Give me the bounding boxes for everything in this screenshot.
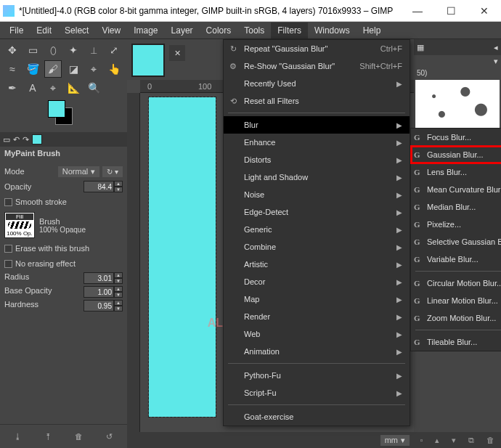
brush-thumbnail[interactable]: 100% Op. xyxy=(4,212,35,238)
menu-image[interactable]: Image xyxy=(127,23,164,38)
filters-item-noise[interactable]: Noise▶ xyxy=(224,186,410,203)
baseop-spinner[interactable]: ▲▼ xyxy=(84,286,123,298)
menu-help[interactable]: Help xyxy=(357,23,388,38)
tool-transform[interactable]: ⤢ xyxy=(106,42,122,58)
unit-select[interactable]: mm▾ xyxy=(380,435,410,446)
hardness-spinner[interactable]: ▲▼ xyxy=(84,300,123,311)
filters-item-combine[interactable]: Combine▶ xyxy=(224,238,410,256)
filters-item-web[interactable]: Web▶ xyxy=(224,325,410,343)
blur-item-circular-motion-blur-[interactable]: GCircular Motion Blur... xyxy=(411,274,501,292)
menu-select[interactable]: Select xyxy=(58,23,95,38)
canvas[interactable]: AL xyxy=(149,97,216,417)
blur-item-median-blur-[interactable]: GMedian Blur... xyxy=(411,198,501,216)
tool-picker[interactable]: ⌖ xyxy=(45,80,61,96)
blur-item-linear-motion-blur-[interactable]: GLinear Motion Blur... xyxy=(411,292,501,309)
filters-item-generic[interactable]: Generic▶ xyxy=(224,221,410,238)
blur-item-zoom-motion-blur-[interactable]: GZoom Motion Blur... xyxy=(411,309,501,327)
blur-item-mean-curvature-blur-[interactable]: GMean Curvature Blur... xyxy=(411,181,501,198)
blur-item-gaussian-blur-[interactable]: GGaussian Blur... xyxy=(411,146,501,163)
save-options-icon[interactable]: ⭳ xyxy=(10,429,26,444)
opacity-spinner[interactable]: ▲▼ xyxy=(84,181,123,192)
dock-menu-icon[interactable]: ◂ xyxy=(494,43,498,52)
mode-select[interactable]: Normal▾ xyxy=(58,166,99,177)
tool-text[interactable]: A xyxy=(25,80,41,96)
blur-item-lens-blur-[interactable]: GLens Blur... xyxy=(411,163,501,181)
layer-del-icon[interactable]: 🗑 xyxy=(486,436,494,444)
filters-item-map[interactable]: Map▶ xyxy=(224,290,410,308)
layer-up-icon[interactable]: ▴ xyxy=(435,436,439,445)
filters-item-animation[interactable]: Animation▶ xyxy=(224,343,410,360)
color-swatches[interactable] xyxy=(48,100,77,129)
filters-item-script-fu[interactable]: Script-Fu▶ xyxy=(224,384,410,402)
image-tab[interactable] xyxy=(131,44,165,77)
tab-close-icon[interactable]: ✕ xyxy=(169,45,185,61)
blur-submenu: GFocus Blur...GGaussian Blur...GLens Blu… xyxy=(410,128,501,351)
tool-rect-select[interactable]: ▭ xyxy=(25,42,41,58)
tab-icon[interactable]: ↶ xyxy=(13,135,20,144)
brush-grid[interactable] xyxy=(415,80,500,131)
tab-icon[interactable]: ↷ xyxy=(23,135,29,144)
filters-item-goat-exercise[interactable]: Goat-exercise xyxy=(224,408,410,425)
reset-options-icon[interactable]: ↺ xyxy=(101,429,117,444)
fg-color[interactable] xyxy=(48,100,65,118)
tool-mypaint-brush[interactable]: 🖌 xyxy=(45,61,61,77)
toolbox: ✥ ▭ ⬯ ✦ ⟂ ⤢ ≈ 🪣 🖌 ◪ ⌖ 👆 ✒ A ⌖ 📐 🔍 xyxy=(0,39,127,132)
tool-measure[interactable]: 📐 xyxy=(65,80,81,96)
delete-options-icon[interactable]: 🗑 xyxy=(70,429,86,444)
tool-warp[interactable]: ≈ xyxy=(4,61,20,77)
filters-item-enhance[interactable]: Enhance▶ xyxy=(224,134,410,151)
tab-color-icon[interactable] xyxy=(32,134,42,144)
layer-new-icon[interactable]: ▫ xyxy=(420,436,423,444)
tool-fuzzy-select[interactable]: ✦ xyxy=(65,42,81,58)
noerase-checkbox[interactable] xyxy=(4,260,12,268)
brushes-tab-icon[interactable]: ▦ xyxy=(417,43,424,52)
layer-dup-icon[interactable]: ⧉ xyxy=(468,436,474,445)
filters-item-blur[interactable]: Blur▶ xyxy=(224,116,410,134)
tab-icon[interactable]: ▭ xyxy=(3,135,10,144)
tool-bucket[interactable]: 🪣 xyxy=(25,61,41,77)
blur-item-focus-blur-[interactable]: GFocus Blur... xyxy=(411,129,501,146)
tool-path[interactable]: ✒ xyxy=(4,80,20,96)
tool-eraser[interactable]: ◪ xyxy=(65,61,81,77)
filters-item-render[interactable]: Render▶ xyxy=(224,308,410,325)
menu-filters[interactable]: Filters xyxy=(271,23,308,38)
opacity-input[interactable] xyxy=(84,181,114,192)
filters-item-decor[interactable]: Decor▶ xyxy=(224,273,410,290)
maximize-button[interactable]: ☐ xyxy=(434,0,468,21)
tool-free-select[interactable]: ⬯ xyxy=(45,42,61,58)
menu-item-label: Goat-exercise xyxy=(244,412,293,421)
filters-item-repeat-gaussian-blur-[interactable]: ↻Repeat "Gaussian Blur"Ctrl+F xyxy=(224,40,410,57)
smooth-checkbox[interactable] xyxy=(4,198,12,206)
filters-item-python-fu[interactable]: Python-Fu▶ xyxy=(224,367,410,384)
blur-item-variable-blur-[interactable]: GVariable Blur... xyxy=(411,251,501,268)
filters-item-reset-all-filters[interactable]: ⟲Reset all Filters xyxy=(224,92,410,110)
filters-item-re-show-gaussian-blur-[interactable]: ⚙Re-Show "Gaussian Blur"Shift+Ctrl+F xyxy=(224,57,410,75)
radius-spinner[interactable]: ▲▼ xyxy=(84,272,123,284)
blur-item-tileable-blur-[interactable]: GTileable Blur... xyxy=(411,333,501,351)
close-button[interactable]: ✕ xyxy=(468,0,501,21)
mode-reset[interactable]: ↻ ▾ xyxy=(102,166,123,177)
filters-item-light-and-shadow[interactable]: Light and Shadow▶ xyxy=(224,168,410,186)
menu-file[interactable]: File xyxy=(3,23,30,38)
tool-zoom[interactable]: 🔍 xyxy=(86,80,102,96)
filters-item-distorts[interactable]: Distorts▶ xyxy=(224,151,410,168)
blur-item-selective-gaussian-blur-[interactable]: GSelective Gaussian Blur... xyxy=(411,233,501,251)
menu-windows[interactable]: Windows xyxy=(308,23,357,38)
menu-colors[interactable]: Colors xyxy=(200,23,238,38)
menu-layer[interactable]: Layer xyxy=(165,23,200,38)
tool-smudge[interactable]: 👆 xyxy=(106,61,122,77)
filters-item-artistic[interactable]: Artistic▶ xyxy=(224,256,410,273)
tool-clone[interactable]: ⌖ xyxy=(86,61,102,77)
filters-item-edge-detect[interactable]: Edge-Detect▶ xyxy=(224,203,410,221)
menu-edit[interactable]: Edit xyxy=(30,23,58,38)
menu-tools[interactable]: Tools xyxy=(237,23,271,38)
tool-move[interactable]: ✥ xyxy=(4,42,20,58)
restore-options-icon[interactable]: ⭱ xyxy=(41,429,57,444)
layer-down-icon[interactable]: ▾ xyxy=(452,436,456,445)
menu-view[interactable]: View xyxy=(95,23,127,38)
erase-checkbox[interactable] xyxy=(4,245,12,253)
tool-crop[interactable]: ⟂ xyxy=(86,42,102,58)
filters-item-recently-used[interactable]: Recently Used▶ xyxy=(224,75,410,92)
minimize-button[interactable]: — xyxy=(401,0,434,21)
blur-item-pixelize-[interactable]: GPixelize... xyxy=(411,216,501,233)
